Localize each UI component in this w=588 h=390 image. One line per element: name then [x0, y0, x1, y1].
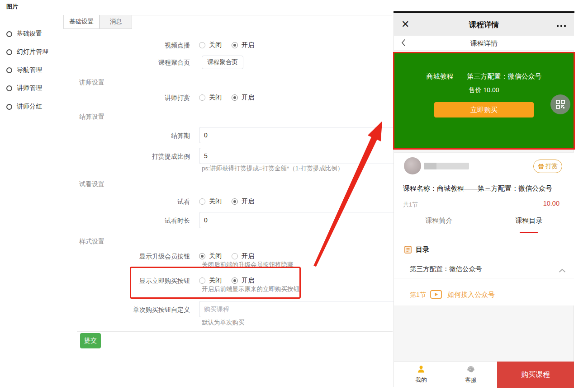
course-name-text: 课程名称：商城教程——第三方配置：微信公众号 [403, 184, 570, 193]
avatar [404, 157, 421, 174]
field-label-period: 结算期 [77, 132, 190, 140]
circle-icon [6, 104, 12, 110]
circle-icon [6, 85, 12, 91]
document-icon [404, 246, 412, 254]
custom-help-text: 默认为单次购买 [202, 319, 245, 327]
tabbar-item-service[interactable]: 客服 [455, 365, 487, 384]
hero-price: 售价 10.00 [394, 86, 574, 94]
phone-bottom-bar: 我的 客服 购买课程 [394, 362, 574, 387]
radio-on[interactable] [232, 277, 238, 284]
catalog-title: 目录 [416, 245, 429, 254]
radio-on[interactable] [232, 198, 238, 205]
sidebar-item-label: 基础设置 [17, 30, 42, 38]
section-title-trial: 试看设置 [79, 180, 104, 188]
radio-on[interactable] [232, 94, 238, 101]
section-title-settlement: 结算设置 [79, 113, 104, 121]
field-label-trial-length: 试看时长 [77, 217, 190, 225]
sidebar-item-slides[interactable]: 幻灯片管理 [6, 47, 48, 57]
wechat-more-icon[interactable] [557, 25, 566, 27]
section-title-lecturer: 讲师设置 [79, 79, 104, 87]
tabbar-label-mine: 我的 [405, 376, 437, 384]
ratio-help-text: ps:讲师获得打赏提成=打赏金额*（1-打赏提成比例） [202, 164, 343, 173]
gift-icon [538, 163, 544, 169]
radio-off[interactable] [199, 198, 205, 205]
form-divider [77, 331, 393, 332]
radio-on-label: 开启 [242, 94, 254, 102]
circle-icon [6, 31, 12, 37]
radio-group-trial: 关闭 开启 [199, 197, 261, 206]
tabbar-item-mine[interactable]: 我的 [405, 365, 437, 384]
radio-off[interactable] [199, 277, 205, 284]
window-title: 图片 [6, 3, 18, 11]
radio-off-label: 关闭 [209, 94, 222, 102]
buy-now-button[interactable]: 立即购买 [434, 102, 534, 117]
section-title-style: 样式设置 [79, 238, 104, 246]
radio-off-label: 关闭 [209, 277, 222, 285]
tab-basic-settings[interactable]: 基础设置 [63, 15, 100, 29]
qr-code-button[interactable] [550, 94, 570, 114]
radio-off[interactable] [199, 94, 205, 101]
catalog-header: 目录 [404, 245, 429, 254]
person-icon [417, 365, 426, 374]
submit-button[interactable]: 提交 [80, 333, 101, 348]
field-label-buynow: 显示立即购买按钮 [77, 277, 190, 285]
lesson-row[interactable]: 第1节 如何接入公众号 [394, 287, 574, 305]
lesson-index: 第1节 [410, 291, 426, 299]
page-nav: 课程详情 [394, 36, 574, 51]
sidebar-item-label: 讲师管理 [17, 84, 42, 92]
tab-message[interactable]: 消息 [100, 15, 132, 29]
radio-off[interactable] [199, 42, 205, 48]
buynow-help-text: 开启后前端显示原来的立即购买按钮 [202, 285, 299, 293]
course-hero-banner: 商城教程——第三方配置：微信公众号 售价 10.00 立即购买 [393, 52, 575, 150]
sidebar-item-label: 导航管理 [17, 66, 42, 74]
sidebar-item-basic-settings[interactable]: 基础设置 [6, 29, 42, 39]
chapter-title: 第三方配置：微信公众号 [410, 265, 482, 273]
chevron-up-icon[interactable] [559, 267, 566, 275]
radio-off-label: 关闭 [209, 197, 222, 206]
sidebar-item-lecturers[interactable]: 讲师管理 [6, 83, 42, 93]
headset-icon [466, 365, 475, 374]
reward-ratio-input[interactable] [199, 148, 396, 164]
sidebar-item-navigation[interactable]: 导航管理 [6, 65, 42, 75]
tab-course-catalog[interactable]: 课程目录 [484, 216, 574, 225]
radio-on-label: 开启 [242, 252, 254, 260]
page-nav-title: 课程详情 [394, 39, 574, 48]
sidebar-item-label: 幻灯片管理 [17, 48, 48, 56]
active-tab-underline [520, 232, 538, 233]
reward-button-label: 打赏 [545, 162, 558, 170]
radio-on[interactable] [232, 42, 238, 48]
circle-icon [6, 49, 12, 55]
chapter-row[interactable]: 第三方配置：微信公众号 [394, 261, 574, 278]
radio-on-label: 开启 [242, 197, 254, 206]
sidebar: 基础设置 幻灯片管理 导航管理 讲师管理 讲师分红 [0, 12, 59, 390]
window-titlebar: 图片 [0, 0, 588, 12]
tabbar-label-service: 客服 [455, 376, 487, 384]
wechat-header: ✕ 课程详情 [394, 13, 574, 36]
radio-on[interactable] [232, 253, 238, 259]
settlement-period-input[interactable] [199, 127, 396, 143]
field-label-aggregate: 课程聚合页 [77, 59, 190, 67]
wechat-title: 课程详情 [394, 20, 574, 30]
custom-buy-button-input[interactable] [199, 301, 396, 317]
radio-off[interactable] [199, 253, 205, 259]
purchase-course-button[interactable]: 购买课程 [497, 362, 574, 388]
radio-group-reward: 关闭 开启 [199, 94, 261, 102]
radio-group-video: 关闭 开启 [199, 41, 261, 49]
lesson-title: 如何接入公众号 [447, 291, 495, 299]
radio-group-buynow: 关闭 开启 [199, 277, 261, 285]
field-label-custom-button: 单次购买按钮自定义 [77, 306, 190, 314]
reward-button[interactable]: 打赏 [533, 160, 562, 173]
tab-course-intro[interactable]: 课程简介 [394, 216, 484, 225]
course-aggregate-button[interactable]: 课程聚合页 [202, 56, 243, 69]
radio-off-label: 关闭 [209, 252, 222, 260]
qr-code-icon [556, 100, 565, 109]
upgrade-help-text: 关闭后前端的升级会员按钮将隐藏 [202, 261, 294, 269]
sidebar-item-lecturer-dividend[interactable]: 讲师分红 [6, 102, 42, 112]
circle-icon [6, 67, 12, 73]
radio-on-label: 开启 [242, 277, 254, 285]
video-icon [430, 290, 442, 301]
trial-length-input[interactable] [199, 212, 396, 228]
field-label-trial: 试看 [77, 198, 190, 206]
hero-course-title: 商城教程——第三方配置：微信公众号 [394, 72, 574, 81]
radio-on-label: 开启 [242, 41, 254, 49]
